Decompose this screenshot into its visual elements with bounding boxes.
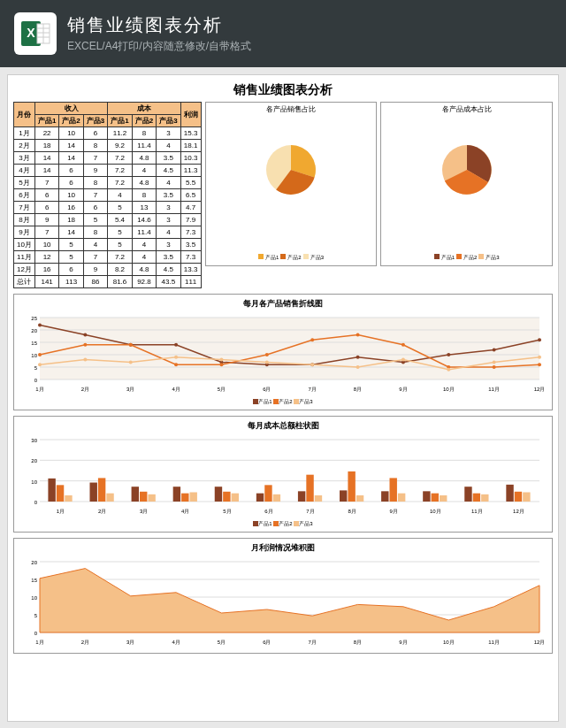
sheet-title: 销售业绩图表分析 bbox=[13, 82, 553, 98]
svg-text:20: 20 bbox=[31, 328, 37, 333]
pie-legend: 产品1 产品2 产品3 bbox=[381, 254, 552, 262]
svg-text:3月: 3月 bbox=[140, 509, 148, 514]
svg-point-51 bbox=[265, 353, 269, 356]
svg-text:6月: 6月 bbox=[264, 509, 272, 514]
svg-text:8月: 8月 bbox=[348, 509, 356, 514]
svg-rect-111 bbox=[390, 478, 397, 502]
svg-text:4月: 4月 bbox=[181, 509, 189, 514]
svg-text:1月: 1月 bbox=[35, 640, 43, 645]
svg-text:1月: 1月 bbox=[57, 509, 65, 514]
svg-point-47 bbox=[83, 343, 87, 347]
svg-point-53 bbox=[356, 333, 360, 337]
svg-point-35 bbox=[83, 333, 87, 337]
svg-text:30: 30 bbox=[31, 438, 37, 443]
svg-point-69 bbox=[538, 356, 541, 359]
svg-rect-83 bbox=[98, 478, 105, 502]
svg-rect-110 bbox=[381, 491, 388, 502]
svg-text:12月: 12月 bbox=[513, 509, 524, 514]
excel-sheet: 销售业绩图表分析 月份 收入 成本 利润 产品1产品2产品3 产品1产品2产品3… bbox=[7, 74, 559, 722]
svg-point-45 bbox=[538, 338, 541, 341]
svg-rect-112 bbox=[398, 494, 405, 502]
svg-rect-100 bbox=[273, 494, 280, 502]
svg-point-37 bbox=[174, 343, 178, 347]
svg-point-54 bbox=[402, 343, 405, 347]
svg-text:5月: 5月 bbox=[223, 509, 231, 514]
svg-point-64 bbox=[310, 363, 314, 366]
svg-point-43 bbox=[447, 353, 450, 356]
pie-sales: 各产品销售占比 产品1 产品2 产品3 bbox=[205, 102, 378, 266]
svg-rect-99 bbox=[264, 485, 272, 502]
svg-text:X: X bbox=[27, 26, 35, 40]
svg-text:5月: 5月 bbox=[218, 640, 226, 645]
line-chart: 每月各产品销售折线图 05101520251月2月3月4月5月6月7月8月9月1… bbox=[13, 294, 553, 410]
app-header: X 销售业绩图表分析 EXCEL/A4打印/内容随意修改/自带格式 bbox=[0, 0, 566, 67]
svg-rect-120 bbox=[481, 494, 488, 502]
svg-point-68 bbox=[493, 360, 496, 364]
svg-text:20: 20 bbox=[31, 458, 37, 464]
svg-text:10: 10 bbox=[31, 353, 37, 358]
svg-point-66 bbox=[402, 358, 405, 362]
svg-rect-88 bbox=[148, 494, 155, 502]
svg-rect-115 bbox=[432, 494, 439, 502]
svg-rect-94 bbox=[215, 487, 222, 502]
svg-rect-107 bbox=[348, 471, 355, 502]
svg-text:9月: 9月 bbox=[390, 509, 398, 514]
svg-text:10: 10 bbox=[31, 595, 37, 601]
svg-point-34 bbox=[38, 323, 42, 326]
svg-rect-122 bbox=[506, 485, 513, 502]
svg-text:15: 15 bbox=[31, 341, 37, 346]
svg-text:2月: 2月 bbox=[98, 509, 106, 514]
svg-text:5: 5 bbox=[34, 365, 38, 371]
line-chart-svg: 05101520251月2月3月4月5月6月7月8月9月10月11月12月 bbox=[18, 313, 548, 393]
svg-text:10月: 10月 bbox=[443, 387, 455, 392]
pie-legend: 产品1 产品2 产品3 bbox=[206, 254, 377, 262]
svg-point-52 bbox=[310, 338, 314, 341]
svg-point-59 bbox=[83, 358, 87, 362]
svg-text:2月: 2月 bbox=[81, 640, 89, 645]
svg-text:1月: 1月 bbox=[35, 387, 43, 392]
svg-text:12月: 12月 bbox=[534, 387, 546, 392]
svg-point-65 bbox=[356, 365, 360, 369]
excel-icon: X bbox=[14, 12, 57, 55]
svg-text:6月: 6月 bbox=[263, 387, 271, 392]
bar-chart: 每月成本总额柱状图 01020301月2月3月4月5月6月7月8月9月10月11… bbox=[13, 416, 553, 533]
col-cost: 成本 bbox=[108, 103, 180, 115]
svg-text:9月: 9月 bbox=[399, 387, 407, 392]
svg-text:4月: 4月 bbox=[172, 640, 180, 645]
svg-point-46 bbox=[38, 353, 42, 356]
svg-text:25: 25 bbox=[31, 316, 37, 321]
svg-rect-95 bbox=[223, 492, 230, 502]
svg-rect-84 bbox=[106, 494, 113, 502]
svg-rect-108 bbox=[356, 495, 363, 502]
svg-rect-116 bbox=[440, 495, 447, 502]
svg-rect-90 bbox=[173, 487, 180, 502]
svg-rect-118 bbox=[464, 487, 471, 502]
svg-rect-78 bbox=[48, 479, 55, 502]
svg-text:10月: 10月 bbox=[443, 640, 455, 645]
svg-point-41 bbox=[356, 356, 360, 359]
svg-rect-79 bbox=[57, 485, 64, 502]
pie-cost: 各产品成本占比 产品1 产品2 产品3 bbox=[380, 102, 553, 266]
svg-text:5: 5 bbox=[34, 613, 38, 618]
svg-point-63 bbox=[265, 360, 269, 364]
svg-point-62 bbox=[219, 358, 223, 362]
svg-text:3月: 3月 bbox=[126, 640, 134, 645]
svg-text:0: 0 bbox=[34, 378, 38, 383]
svg-rect-86 bbox=[132, 487, 139, 502]
svg-text:12月: 12月 bbox=[534, 640, 546, 645]
svg-text:7月: 7月 bbox=[309, 387, 317, 392]
chart-legend: 产品1 产品2 产品3 bbox=[18, 398, 548, 406]
header-title: 销售业绩图表分析 bbox=[67, 13, 251, 37]
svg-text:8月: 8月 bbox=[354, 640, 362, 645]
svg-text:11月: 11月 bbox=[488, 387, 500, 392]
svg-text:3月: 3月 bbox=[126, 387, 134, 392]
svg-rect-124 bbox=[523, 493, 530, 502]
svg-text:2月: 2月 bbox=[81, 387, 89, 392]
svg-text:5月: 5月 bbox=[218, 387, 226, 392]
svg-rect-123 bbox=[515, 492, 522, 502]
svg-text:7月: 7月 bbox=[309, 640, 317, 645]
svg-point-60 bbox=[129, 360, 133, 364]
svg-rect-119 bbox=[473, 494, 480, 502]
col-month: 月份 bbox=[14, 103, 35, 127]
area-chart: 月利润情况堆积图 051015201月2月3月4月5月6月7月8月9月10月11… bbox=[13, 538, 553, 654]
